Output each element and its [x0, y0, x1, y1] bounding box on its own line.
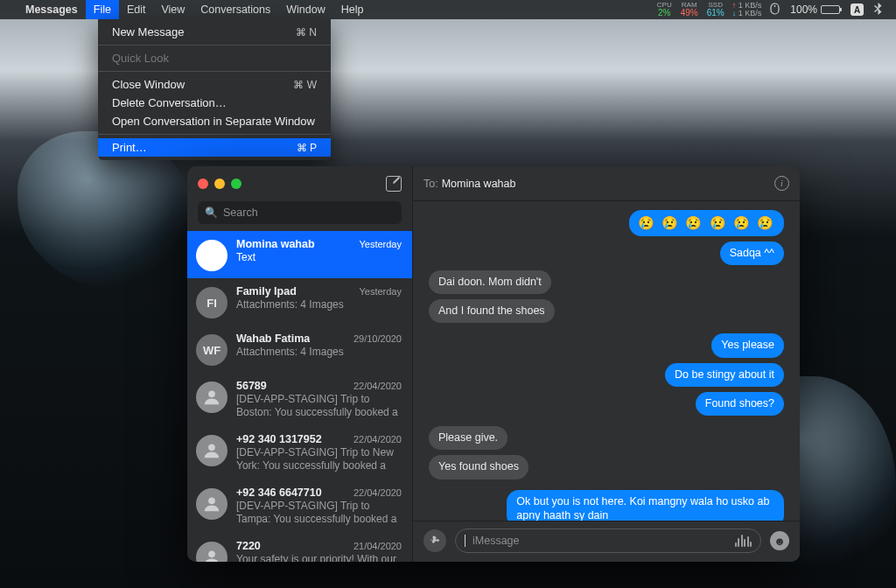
compose-icon[interactable]	[386, 176, 402, 192]
conversation-name: Momina wahab	[236, 238, 315, 250]
avatar	[196, 542, 228, 562]
conversation-preview: [DEV-APP-STAGING] Trip to Tampa: You suc…	[236, 500, 402, 526]
message-outgoing[interactable]: Sadqa ^^	[720, 242, 784, 265]
message-outgoing[interactable]: Found shoes?	[696, 392, 784, 416]
conversation-item[interactable]: Momina wahabYesterdayText	[187, 231, 412, 278]
menu-print[interactable]: Print…⌘ P	[98, 138, 331, 157]
message-placeholder: iMessage	[472, 535, 728, 547]
audio-message-icon[interactable]	[735, 535, 752, 547]
conversation-name: 56789	[236, 380, 267, 392]
search-icon: 🔍	[205, 206, 218, 219]
conversation-name: +92 346 6647710	[236, 486, 322, 499]
conversation-time: 22/04/2020	[354, 434, 402, 444]
chat-pane: To: Momina wahab i 😢 😢 😢 😢 😢 😢Sadqa ^^Da…	[413, 166, 800, 562]
svg-point-1	[774, 5, 776, 7]
svg-point-3	[208, 444, 215, 451]
conversation-item[interactable]: FIFamily IpadYesterdayAttachments: 4 Ima…	[187, 278, 412, 326]
menu-edit[interactable]: Edit	[119, 0, 154, 19]
conversation-time: 22/04/2020	[354, 381, 402, 391]
avatar	[196, 240, 228, 271]
conversation-preview: [DEV-APP-STAGING] Trip to New York: You …	[236, 446, 402, 472]
info-icon[interactable]: i	[774, 176, 789, 191]
conversation-name: Wahab Fatima	[236, 332, 310, 345]
avatar	[196, 382, 228, 413]
sidebar: 🔍 Search Momina wahabYesterdayTextFIFami…	[187, 166, 413, 562]
message-outgoing[interactable]: 😢 😢 😢 😢 😢 😢	[629, 210, 784, 236]
message-list[interactable]: 😢 😢 😢 😢 😢 😢Sadqa ^^Dai doon. Mom didn'tA…	[413, 201, 800, 521]
conversation-time: 22/04/2020	[354, 487, 402, 498]
message-incoming[interactable]: Yes found shoes	[429, 455, 528, 479]
stat-ssd: SSD61%	[707, 2, 724, 18]
svg-rect-0	[771, 4, 779, 14]
conversation-time: Yesterday	[359, 239, 402, 249]
message-outgoing[interactable]: Yes please	[711, 333, 784, 357]
battery-indicator[interactable]: 100%	[790, 4, 840, 16]
conversation-item[interactable]: 722021/04/2020Your safety is our priorit…	[187, 533, 412, 562]
menu-close-window[interactable]: Close Window⌘ W	[98, 75, 331, 94]
menu-separator	[98, 134, 331, 135]
menu-separator	[98, 45, 331, 46]
to-name: Momina wahab	[442, 178, 516, 190]
conversation-time: 21/04/2020	[354, 541, 402, 551]
conversation-item[interactable]: +92 340 131795222/04/2020[DEV-APP-STAGIN…	[187, 426, 412, 480]
file-menu-dropdown: New Message⌘ N Quick Look Close Window⌘ …	[98, 19, 331, 160]
conversation-preview: [DEV-APP-STAGING] Trip to Boston: You su…	[236, 393, 402, 419]
menu-app[interactable]: Messages	[18, 0, 86, 19]
traffic-light-minimize[interactable]	[214, 178, 225, 189]
message-incoming[interactable]: Dai doon. Mom didn't	[429, 270, 551, 294]
avatar: FI	[196, 287, 228, 318]
menu-new-message[interactable]: New Message⌘ N	[98, 23, 331, 41]
conversation-name: +92 340 1317952	[236, 433, 322, 445]
composer: iMessage ☻	[413, 521, 800, 562]
menu-view[interactable]: View	[153, 0, 192, 19]
conversation-list[interactable]: Momina wahabYesterdayTextFIFamily IpadYe…	[187, 231, 412, 562]
menu-quick-look: Quick Look	[98, 49, 331, 67]
message-input[interactable]: iMessage	[455, 528, 761, 553]
avatar	[196, 488, 228, 520]
message-incoming[interactable]: And I found the shoes	[429, 299, 555, 323]
apps-button[interactable]	[424, 529, 446, 552]
conversation-time: 29/10/2020	[354, 333, 402, 344]
traffic-light-zoom[interactable]	[231, 178, 242, 189]
conversation-name: 7220	[236, 540, 261, 552]
menu-conversations[interactable]: Conversations	[192, 0, 278, 19]
mouse-icon	[770, 3, 780, 18]
message-outgoing[interactable]: Do be stingy about it	[665, 363, 784, 387]
emoji-button[interactable]: ☻	[770, 531, 789, 550]
svg-point-2	[208, 390, 215, 397]
svg-point-4	[208, 497, 215, 504]
traffic-light-close[interactable]	[198, 178, 208, 189]
svg-point-5	[208, 550, 215, 557]
input-source[interactable]: A	[850, 4, 864, 16]
stat-cpu: CPU2%	[657, 2, 672, 18]
conversation-time: Yesterday	[359, 286, 402, 297]
search-input[interactable]: 🔍 Search	[198, 201, 402, 224]
search-placeholder: Search	[223, 206, 258, 219]
conversation-preview: Attachments: 4 Images	[236, 346, 402, 359]
menu-delete-conversation[interactable]: Delete Conversation…	[98, 94, 331, 112]
conversation-preview: Text	[236, 251, 402, 264]
menu-open-separate-window[interactable]: Open Conversation in Separate Window	[98, 112, 331, 130]
avatar: WF	[196, 334, 228, 366]
text-caret	[465, 535, 466, 547]
menu-window[interactable]: Window	[278, 0, 332, 19]
conversation-name: Family Ipad	[236, 285, 297, 298]
window-controls	[187, 166, 412, 201]
conversation-item[interactable]: +92 346 664771022/04/2020[DEV-APP-STAGIN…	[187, 480, 412, 533]
menu-help[interactable]: Help	[333, 0, 372, 19]
conversation-preview: Attachments: 4 Images	[236, 298, 402, 312]
chat-header: To: Momina wahab i	[413, 166, 800, 201]
conversation-item[interactable]: WFWahab Fatima29/10/2020Attachments: 4 I…	[187, 326, 412, 373]
conversation-item[interactable]: 5678922/04/2020[DEV-APP-STAGING] Trip to…	[187, 373, 412, 426]
stat-net: ↑ 1 KB/s↓ 1 KB/s	[732, 2, 762, 18]
avatar	[196, 435, 228, 466]
message-incoming[interactable]: Please give.	[429, 426, 508, 450]
menu-file[interactable]: File	[86, 0, 119, 19]
message-outgoing[interactable]: Ok but you is not here. Koi mangny wala …	[507, 490, 784, 522]
conversation-preview: Your safety is our priority! With our	[236, 553, 402, 562]
stat-ram: RAM49%	[681, 2, 698, 18]
to-label: To:	[424, 178, 438, 190]
menu-separator	[98, 71, 331, 72]
bluetooth-icon[interactable]	[874, 3, 882, 18]
menubar: Messages File Edit View Conversations Wi…	[0, 0, 896, 19]
